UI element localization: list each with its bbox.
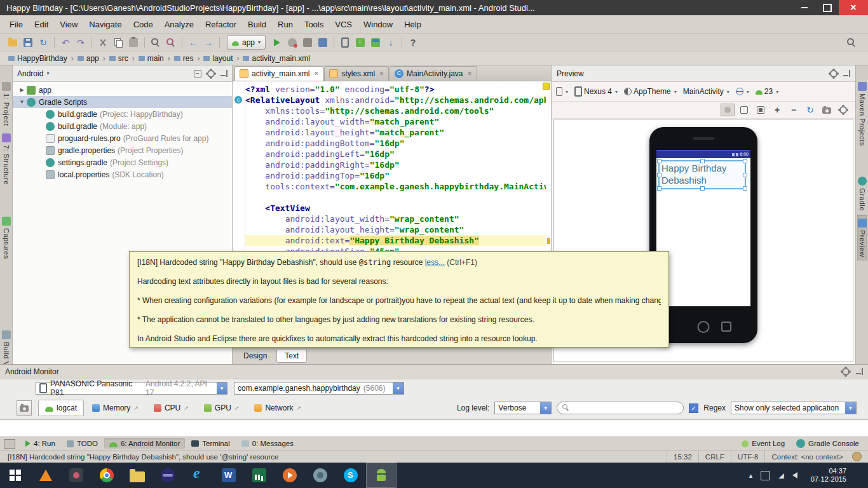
tool-window-6-android-monitor[interactable]: 6: Android Monitor bbox=[104, 438, 185, 449]
code-line[interactable]: android:paddingLeft="16dp" bbox=[245, 149, 546, 159]
monitor-tab-network[interactable]: Network↗ bbox=[247, 400, 308, 416]
resize-handle[interactable] bbox=[743, 173, 747, 177]
device-monitor-button[interactable] bbox=[368, 36, 383, 50]
code-line[interactable]: android:layout_width="match_parent" bbox=[245, 116, 546, 127]
code-line[interactable]: android:paddingTop="16dp" bbox=[245, 170, 546, 181]
menu-vcs[interactable]: VCS bbox=[329, 17, 358, 32]
forward-button[interactable]: → bbox=[201, 36, 216, 50]
taskbar-media-player[interactable] bbox=[275, 463, 305, 488]
taskbar-internet-explorer[interactable] bbox=[183, 463, 214, 488]
breadcrumb-app[interactable]: app bbox=[74, 53, 102, 64]
inspection-profile-icon[interactable] bbox=[852, 452, 862, 461]
tool-window-gradle-console[interactable]: Gradle Console bbox=[791, 438, 864, 449]
tool-tab-maven-projects[interactable]: Maven Projects bbox=[857, 78, 867, 150]
tool-window-0-messages[interactable]: 0: Messages bbox=[236, 438, 299, 449]
zoom-fit-button[interactable] bbox=[737, 104, 751, 116]
tab-design[interactable]: Design bbox=[235, 349, 275, 363]
close-tab-icon[interactable]: × bbox=[468, 69, 472, 78]
caret-position[interactable]: 15:32 bbox=[667, 451, 698, 463]
process-dropdown[interactable]: com.example.ganesh.happybirthday (5606) … bbox=[234, 382, 404, 395]
tree-item-build-gradle-project-happybirthday[interactable]: build.gradle(Project: HappyBirthday) bbox=[13, 108, 232, 120]
avd-manager-button[interactable] bbox=[337, 36, 353, 50]
taskbar-start[interactable] bbox=[0, 463, 31, 488]
sync-button[interactable]: ↻ bbox=[36, 36, 51, 50]
breadcrumb-main[interactable]: main bbox=[135, 53, 167, 64]
code-line[interactable]: android:text="Happy Birthday Debashish" bbox=[245, 235, 546, 246]
attach-button[interactable] bbox=[315, 36, 330, 50]
taskbar-excel[interactable] bbox=[244, 463, 275, 488]
zoom-actual-button[interactable] bbox=[754, 104, 768, 116]
monitor-tab-memory[interactable]: Memory↗ bbox=[85, 400, 146, 416]
menu-run[interactable]: Run bbox=[272, 17, 299, 32]
paste-button[interactable] bbox=[126, 36, 141, 50]
device-screen[interactable]: 6:00 Happy Birthday Debashish bbox=[656, 150, 750, 306]
editor-tab-styles-xml[interactable]: styles.xml× bbox=[324, 66, 389, 81]
device-selector[interactable]: Nexus 4 bbox=[574, 86, 618, 97]
tab-text[interactable]: Text bbox=[276, 349, 307, 363]
taskbar-chrome[interactable] bbox=[92, 463, 122, 488]
monitor-tab-cpu[interactable]: CPU↗ bbox=[147, 400, 196, 416]
orientation-selector[interactable] bbox=[556, 87, 568, 96]
code-line[interactable]: android:layout_height="wrap_content" bbox=[245, 224, 546, 235]
menu-refactor[interactable]: Refactor bbox=[200, 17, 242, 32]
pan-button[interactable] bbox=[721, 104, 735, 116]
volume-icon[interactable] bbox=[792, 472, 797, 478]
regex-checkbox[interactable] bbox=[689, 403, 698, 413]
undo-button[interactable]: ↶ bbox=[58, 36, 73, 50]
toolbar-search-button[interactable] bbox=[844, 36, 859, 50]
code-line[interactable]: tools:context="com.example.ganesh.happyb… bbox=[245, 181, 546, 192]
code-line[interactable]: android:layout_height="match_parent" bbox=[245, 127, 546, 138]
back-button[interactable]: ← bbox=[186, 36, 201, 50]
code-line[interactable]: <?xml version="1.0" encoding="utf-8"?> bbox=[245, 84, 546, 95]
coverage-button[interactable] bbox=[300, 36, 315, 50]
line-separator-indicator[interactable]: CRLF bbox=[698, 451, 731, 463]
tray-expand-icon[interactable]: ▴ bbox=[749, 471, 753, 480]
theme-selector[interactable]: AppTheme bbox=[624, 87, 677, 96]
help-button[interactable]: ? bbox=[405, 36, 421, 50]
tool-window-terminal[interactable]: Terminal bbox=[186, 438, 234, 449]
settings-button[interactable] bbox=[836, 104, 850, 116]
breadcrumb-activity-main-xml[interactable]: activity_main.xml bbox=[240, 53, 313, 64]
tree-item-local-properties-sdk-location[interactable]: local.properties(SDK Location) bbox=[13, 168, 232, 180]
logcat-search-input[interactable] bbox=[574, 403, 678, 413]
tree-item-app[interactable]: ▶app bbox=[13, 84, 232, 96]
resize-handle[interactable] bbox=[657, 173, 661, 177]
code-line[interactable]: <TextView bbox=[245, 203, 546, 214]
resize-handle[interactable] bbox=[743, 159, 747, 163]
breadcrumb-layout[interactable]: layout bbox=[200, 53, 236, 64]
tree-item-gradle-scripts[interactable]: ▼Gradle Scripts bbox=[13, 96, 232, 108]
preview-hide-icon[interactable] bbox=[843, 70, 850, 77]
tool-window-todo[interactable]: TODO bbox=[62, 438, 103, 449]
selected-textview[interactable]: Happy Birthday Debashish bbox=[658, 160, 746, 189]
resize-handle[interactable] bbox=[743, 186, 747, 191]
redo-button[interactable]: ↷ bbox=[73, 36, 88, 50]
tree-item-proguard-rules-pro-proguard-rules-for-app[interactable]: proguard-rules.pro(ProGuard Rules for ap… bbox=[13, 132, 232, 144]
monitor-tab-logcat[interactable]: logcat bbox=[38, 400, 84, 416]
screenshot-button[interactable] bbox=[17, 400, 32, 416]
close-tab-icon[interactable]: × bbox=[314, 69, 318, 78]
menu-help[interactable]: Help bbox=[398, 17, 427, 32]
menu-edit[interactable]: Edit bbox=[29, 17, 54, 32]
refresh-button[interactable]: ↻ bbox=[803, 104, 817, 116]
close-tab-icon[interactable]: × bbox=[379, 69, 384, 78]
taskbar-word[interactable] bbox=[214, 463, 244, 488]
menu-file[interactable]: File bbox=[4, 17, 29, 32]
editor-tab-activity-main-xml[interactable]: activity_main.xml× bbox=[234, 66, 323, 81]
device-dropdown[interactable]: PANASONIC Panasonic P81 Android 4.2.2, A… bbox=[36, 382, 227, 395]
tool-window-switcher-icon[interactable] bbox=[4, 439, 15, 449]
breadcrumb-src[interactable]: src bbox=[106, 53, 132, 64]
tool-tab-captures[interactable]: Captures bbox=[1, 213, 11, 263]
tool-tab-gradle[interactable]: Gradle bbox=[857, 173, 867, 215]
code-line[interactable]: xmlns:tools="http://schemas.android.com/… bbox=[245, 105, 546, 116]
copy-button[interactable] bbox=[111, 36, 126, 50]
less-link[interactable]: less... bbox=[425, 258, 445, 267]
open-button[interactable] bbox=[5, 36, 20, 50]
screenshot-button[interactable] bbox=[820, 104, 834, 116]
breadcrumb-happybirthday[interactable]: HappyBirthday bbox=[5, 53, 71, 64]
monitor-tab-gpu[interactable]: GPU↗ bbox=[197, 400, 247, 416]
zoom-out-button[interactable]: − bbox=[787, 104, 801, 116]
editor-tab-mainactivity-java[interactable]: MainActivity.java× bbox=[390, 66, 477, 81]
menu-view[interactable]: View bbox=[54, 17, 83, 32]
preview-settings-gear-icon[interactable] bbox=[830, 70, 837, 78]
save-button[interactable] bbox=[20, 36, 36, 50]
